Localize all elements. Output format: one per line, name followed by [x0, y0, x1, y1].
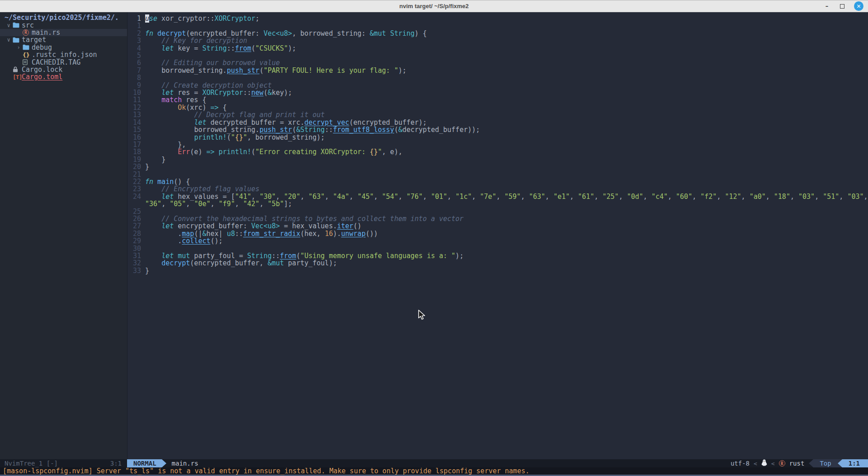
code-line[interactable]: 30 — [127, 245, 868, 252]
code-line-content: borrowed_string.push_str(&String::from_u… — [145, 126, 868, 133]
code-line[interactable]: 26 // Convert the hexadecimal strings to… — [127, 215, 868, 222]
code-line-content — [145, 171, 868, 178]
cursor-position-label: 1:1 — [842, 459, 868, 467]
line-number: 20 — [127, 163, 141, 170]
code-line[interactable]: 27 let encrypted_buffer: Vec<u8> = hex_v… — [127, 222, 868, 230]
line-number: 24 — [127, 193, 141, 208]
code-line[interactable]: 6 // Editing our borrowed value — [127, 59, 868, 66]
chevron-right-icon[interactable]: › — [14, 44, 23, 51]
line-number: 16 — [127, 134, 141, 141]
statusline-right: utf-8 < < R rust Top 1:1 — [731, 459, 868, 467]
line-number: 9 — [127, 82, 141, 89]
line-number: 27 — [127, 222, 141, 230]
line-number: 10 — [127, 89, 141, 96]
code-line[interactable]: 4 let key = String::from("CSUCKS"); — [127, 45, 868, 52]
tree-list: ∨srcRmain.rs∨target›debug{}.rustc_info.j… — [0, 21, 127, 80]
line-number: 13 — [127, 111, 141, 118]
tree-item-src[interactable]: ∨src — [0, 21, 127, 28]
line-number: 4 — [127, 45, 141, 52]
line-number: 7 — [127, 67, 141, 74]
code-line[interactable]: 2fn decrypt(encrypted_buffer: Vec<u8>, b… — [127, 30, 868, 37]
code-line-content — [145, 74, 868, 81]
code-line[interactable]: 12 Ok(xrc) => { — [127, 104, 868, 111]
rust-file-icon: R — [23, 29, 32, 36]
minimize-button[interactable]: – — [823, 3, 830, 10]
tree-item-CACHEDIR.TAG[interactable]: CACHEDIR.TAG — [0, 58, 127, 66]
code-line[interactable]: 29 .collect(); — [127, 237, 868, 245]
code-line[interactable]: 9 // Create decryption object — [127, 82, 868, 89]
code-line[interactable]: 22fn main() { — [127, 178, 868, 185]
code-line[interactable]: 17 }, — [127, 141, 868, 148]
line-number: 15 — [127, 126, 141, 133]
code-line-content: fn decrypt(encrypted_buffer: Vec<u8>, bo… — [145, 30, 868, 37]
linux-penguin-icon — [761, 459, 767, 467]
tree-item-label: src — [22, 21, 34, 29]
chevron-down-icon[interactable]: ∨ — [5, 37, 13, 43]
line-number: 1 — [127, 15, 141, 22]
code-line[interactable]: 10 let res = XORCryptor::new(&key); — [127, 89, 868, 96]
code-line[interactable]: 16 println!("{}", borrowed_string); — [127, 134, 868, 141]
line-number: 6 — [127, 59, 141, 66]
editor-buffer[interactable]: 1use xor_cryptor::XORCryptor;12fn decryp… — [127, 12, 868, 459]
line-number: 19 — [127, 156, 141, 163]
code-line[interactable]: 8 — [127, 74, 868, 81]
code-line[interactable]: 1 — [127, 22, 868, 29]
code-line-content — [145, 22, 868, 29]
line-number: 8 — [127, 74, 141, 81]
code-line[interactable]: 25 — [127, 208, 868, 215]
line-number: 32 — [127, 259, 141, 267]
code-line[interactable]: 31 let mut party_foul = String::from("Us… — [127, 252, 868, 259]
code-line-content — [145, 52, 868, 59]
code-line-content: let res = XORCryptor::new(&key); — [145, 89, 868, 96]
close-button[interactable]: ✕ — [854, 1, 863, 11]
code-line[interactable]: 24 let hex_values = ["41", "30", "20", "… — [127, 193, 868, 208]
code-line[interactable]: 13 // Decrypt flag and print it out — [127, 111, 868, 118]
code-line[interactable]: 19 } — [127, 156, 868, 163]
tree-item-debug[interactable]: ›debug — [0, 44, 127, 51]
code-line[interactable]: 1use xor_cryptor::XORCryptor; — [127, 15, 868, 22]
separator-icon: < — [771, 460, 775, 467]
tree-item-label: .rustc_info.json — [32, 51, 97, 59]
line-number: 21 — [127, 171, 141, 178]
tree-root-path[interactable]: ~/Security/pico2025/fixme2/. — [0, 14, 127, 21]
code-line[interactable]: 20} — [127, 163, 868, 170]
tree-item-label: CACHEDIR.TAG — [32, 58, 80, 66]
code-line[interactable]: 33} — [127, 267, 868, 274]
chevron-down-icon[interactable]: ∨ — [5, 22, 13, 28]
code-line-content: }, — [145, 141, 868, 148]
line-number: 28 — [127, 230, 141, 237]
code-line-content: .collect(); — [145, 237, 868, 245]
code-line[interactable]: 18 Err(e) => println!("Error creating XO… — [127, 148, 868, 156]
powerline-arrow-icon — [162, 459, 166, 467]
line-number: 26 — [127, 215, 141, 222]
code-line-content: use xor_cryptor::XORCryptor; — [145, 15, 868, 22]
code-line[interactable]: 23 // Encrypted flag values — [127, 185, 868, 193]
code-line[interactable]: 3 // Key for decryption — [127, 37, 868, 44]
code-line-content: // Decrypt flag and print it out — [145, 111, 868, 118]
tree-item-Cargo.toml[interactable]: [T]Cargo.toml — [0, 73, 127, 80]
code-line-content — [145, 245, 868, 252]
code-line-content: } — [145, 156, 868, 163]
maximize-button[interactable] — [839, 3, 846, 10]
tree-item-target[interactable]: ∨target — [0, 36, 127, 43]
window-title: nvim target/ ~/S/p/fixme2 — [0, 3, 868, 9]
line-number: 14 — [127, 119, 141, 126]
encoding-label: utf-8 — [731, 460, 750, 467]
code-line[interactable]: 21 — [127, 171, 868, 178]
tree-item-.rustc_info.json[interactable]: {}.rustc_info.json — [0, 51, 127, 58]
code-line[interactable]: 7 borrowed_string.push_str("PARTY FOUL! … — [127, 67, 868, 74]
code-line[interactable]: 32 decrypt(encrypted_buffer, &mut party_… — [127, 259, 868, 267]
code-line[interactable]: 14 let decrypted_buffer = xrc.decrypt_ve… — [127, 119, 868, 126]
tree-item-label: Cargo.lock — [22, 66, 62, 74]
tree-item-label: Cargo.toml — [22, 73, 62, 81]
code-line[interactable]: 15 borrowed_string.push_str(&String::fro… — [127, 126, 868, 133]
code-line[interactable]: 28 .map(|&hex| u8::from_str_radix(hex, 1… — [127, 230, 868, 237]
code-line[interactable]: 5 — [127, 52, 868, 59]
tree-item-Cargo.lock[interactable]: Cargo.lock — [0, 66, 127, 73]
statusline-tree-segment: NvimTree_1 [-] 3:1 — [0, 459, 127, 467]
code-line[interactable]: 11 match res { — [127, 96, 868, 104]
mode-indicator: NORMAL — [127, 459, 162, 467]
tree-item-main.rs[interactable]: Rmain.rs — [0, 29, 127, 36]
code-line-content: // Encrypted flag values — [145, 185, 868, 193]
tree-item-label: debug — [32, 43, 52, 52]
